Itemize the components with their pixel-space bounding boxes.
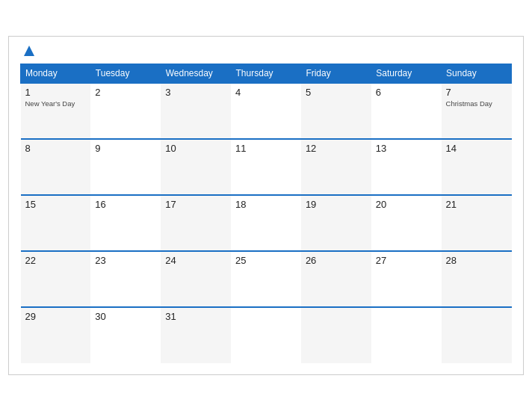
calendar-table: MondayTuesdayWednesdayThursdayFridaySatu… xyxy=(20,64,512,363)
day-cell: 16 xyxy=(90,195,161,251)
day-cell: 7Christmas Day xyxy=(442,83,512,139)
weekday-header-sunday: Sunday xyxy=(442,64,512,84)
weekday-header-thursday: Thursday xyxy=(231,64,301,84)
svg-marker-0 xyxy=(24,46,34,56)
day-number: 17 xyxy=(165,199,226,210)
day-cell xyxy=(301,307,371,363)
day-number: 14 xyxy=(446,143,507,154)
day-number: 9 xyxy=(95,143,156,154)
day-cell: 11 xyxy=(231,139,301,195)
day-number: 7 xyxy=(446,87,507,98)
calendar-body: 1New Year's Day234567Christmas Day891011… xyxy=(21,83,512,363)
day-number: 4 xyxy=(235,87,297,98)
weekday-header-row: MondayTuesdayWednesdayThursdayFridaySatu… xyxy=(21,64,512,84)
day-cell: 4 xyxy=(231,83,301,139)
day-number: 28 xyxy=(446,255,507,266)
day-number: 5 xyxy=(306,87,367,98)
day-number: 1 xyxy=(25,87,87,98)
day-cell: 12 xyxy=(301,139,371,195)
logo-icon xyxy=(22,44,36,58)
calendar-container: MondayTuesdayWednesdayThursdayFridaySatu… xyxy=(8,36,524,375)
day-number: 26 xyxy=(306,255,367,266)
day-cell: 1New Year's Day xyxy=(21,83,91,139)
day-number: 27 xyxy=(376,255,437,266)
day-cell: 9 xyxy=(90,139,161,195)
day-cell: 29 xyxy=(21,307,91,363)
day-cell xyxy=(371,307,442,363)
weekday-header-tuesday: Tuesday xyxy=(90,64,161,84)
day-cell: 10 xyxy=(161,139,231,195)
calendar-header xyxy=(20,44,512,58)
day-cell: 28 xyxy=(442,251,512,307)
day-number: 22 xyxy=(25,255,87,266)
day-number: 6 xyxy=(376,87,437,98)
day-cell xyxy=(231,307,301,363)
weekday-header-wednesday: Wednesday xyxy=(161,64,231,84)
day-cell: 22 xyxy=(21,251,91,307)
day-number: 30 xyxy=(95,311,156,322)
day-cell: 8 xyxy=(21,139,91,195)
day-cell: 6 xyxy=(371,83,442,139)
day-number: 23 xyxy=(95,255,156,266)
day-cell: 23 xyxy=(90,251,161,307)
day-number: 2 xyxy=(95,87,156,98)
day-cell: 21 xyxy=(442,195,512,251)
day-cell: 3 xyxy=(161,83,231,139)
day-number: 21 xyxy=(446,199,507,210)
day-number: 15 xyxy=(25,199,87,210)
day-cell xyxy=(442,307,512,363)
day-cell: 17 xyxy=(161,195,231,251)
weekday-header-saturday: Saturday xyxy=(371,64,442,84)
holiday-name: Christmas Day xyxy=(446,99,507,108)
week-row-2: 891011121314 xyxy=(21,139,512,195)
day-number: 19 xyxy=(306,199,367,210)
week-row-1: 1New Year's Day234567Christmas Day xyxy=(21,83,512,139)
day-cell: 13 xyxy=(371,139,442,195)
day-cell: 14 xyxy=(442,139,512,195)
day-cell: 31 xyxy=(161,307,231,363)
calendar-header-row: MondayTuesdayWednesdayThursdayFridaySatu… xyxy=(21,64,512,84)
day-number: 11 xyxy=(235,143,297,154)
day-number: 25 xyxy=(235,255,297,266)
day-cell: 20 xyxy=(371,195,442,251)
day-number: 31 xyxy=(165,311,226,322)
day-number: 10 xyxy=(165,143,226,154)
day-cell: 15 xyxy=(21,195,91,251)
day-cell: 18 xyxy=(231,195,301,251)
day-number: 24 xyxy=(165,255,226,266)
day-number: 12 xyxy=(306,143,367,154)
day-cell: 2 xyxy=(90,83,161,139)
week-row-4: 22232425262728 xyxy=(21,251,512,307)
holiday-name: New Year's Day xyxy=(25,99,87,108)
day-number: 18 xyxy=(235,199,297,210)
weekday-header-friday: Friday xyxy=(301,64,371,84)
day-cell: 19 xyxy=(301,195,371,251)
day-cell: 24 xyxy=(161,251,231,307)
day-number: 29 xyxy=(25,311,87,322)
day-cell: 26 xyxy=(301,251,371,307)
week-row-3: 15161718192021 xyxy=(21,195,512,251)
day-number: 3 xyxy=(165,87,226,98)
day-number: 20 xyxy=(376,199,437,210)
week-row-5: 293031 xyxy=(21,307,512,363)
day-cell: 25 xyxy=(231,251,301,307)
day-number: 16 xyxy=(95,199,156,210)
day-cell: 5 xyxy=(301,83,371,139)
logo xyxy=(20,44,36,58)
day-cell: 30 xyxy=(90,307,161,363)
day-cell: 27 xyxy=(371,251,442,307)
weekday-header-monday: Monday xyxy=(21,64,91,84)
day-number: 13 xyxy=(376,143,437,154)
day-number: 8 xyxy=(25,143,87,154)
